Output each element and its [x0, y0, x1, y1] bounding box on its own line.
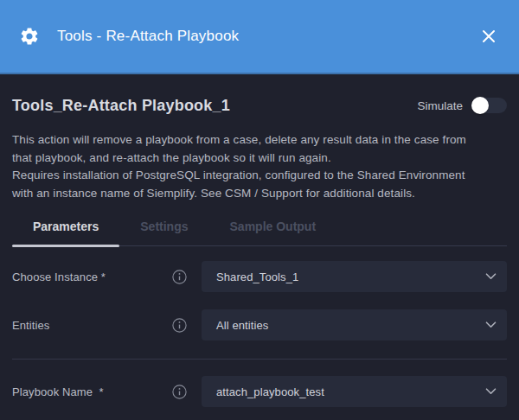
field-row-playbook-name: Playbook Name * attach_playbook_test: [12, 376, 507, 407]
action-name: Tools_Re-Attach Playbook_1: [12, 97, 230, 114]
chevron-down-icon: [485, 388, 497, 395]
field-label: Entities: [12, 319, 172, 332]
chevron-down-icon: [485, 321, 497, 328]
simulate-label: Simulate: [417, 99, 463, 112]
description-line: This action will remove a playbook from …: [12, 131, 507, 150]
field-label: Playbook Name *: [12, 385, 172, 398]
action-title-row: Tools_Re-Attach Playbook_1 Simulate: [12, 97, 507, 114]
simulate-group: Simulate: [417, 98, 507, 113]
description-line: Requires installation of PostgreSQL inte…: [12, 167, 507, 185]
field-row-entities: Entities All entities: [12, 309, 507, 340]
modal-title: Tools - Re-Attach Playbook: [57, 28, 239, 45]
select-value: All entities: [216, 319, 268, 332]
chevron-down-icon: [485, 273, 497, 280]
simulate-toggle-knob: [471, 97, 489, 114]
tab-sample-output[interactable]: Sample Output: [209, 211, 337, 245]
action-description: This action will remove a playbook from …: [12, 131, 507, 202]
simulate-toggle[interactable]: [472, 98, 507, 113]
description-line: that playbook, and re-attach the playboo…: [12, 150, 507, 168]
choose-instance-select[interactable]: Shared_Tools_1: [202, 261, 507, 292]
tab-settings[interactable]: Settings: [119, 211, 208, 245]
info-icon[interactable]: [172, 385, 187, 399]
modal-header: Tools - Re-Attach Playbook: [0, 0, 519, 74]
action-config-modal: Tools - Re-Attach Playbook Tools_Re-Atta…: [0, 0, 519, 420]
gear-icon: [19, 26, 40, 47]
close-icon[interactable]: [477, 25, 500, 48]
info-icon[interactable]: [172, 270, 187, 284]
select-value: Shared_Tools_1: [216, 270, 298, 283]
tab-parameters[interactable]: Parameters: [12, 211, 119, 245]
field-row-choose-instance: Choose Instance * Shared_Tools_1: [12, 261, 507, 292]
parameters-form: Choose Instance * Shared_Tools_1 En: [12, 261, 507, 407]
field-label: Choose Instance *: [12, 270, 172, 283]
select-value: attach_playbook_test: [216, 385, 324, 398]
playbook-name-select[interactable]: attach_playbook_test: [202, 376, 507, 407]
tab-bar: Parameters Settings Sample Output: [12, 211, 507, 246]
info-icon[interactable]: [172, 318, 187, 333]
form-divider: [12, 359, 507, 360]
description-line: with an instance name of Siemplify. See …: [12, 185, 507, 203]
entities-select[interactable]: All entities: [202, 309, 507, 340]
modal-body: Tools_Re-Attach Playbook_1 Simulate This…: [0, 74, 519, 420]
